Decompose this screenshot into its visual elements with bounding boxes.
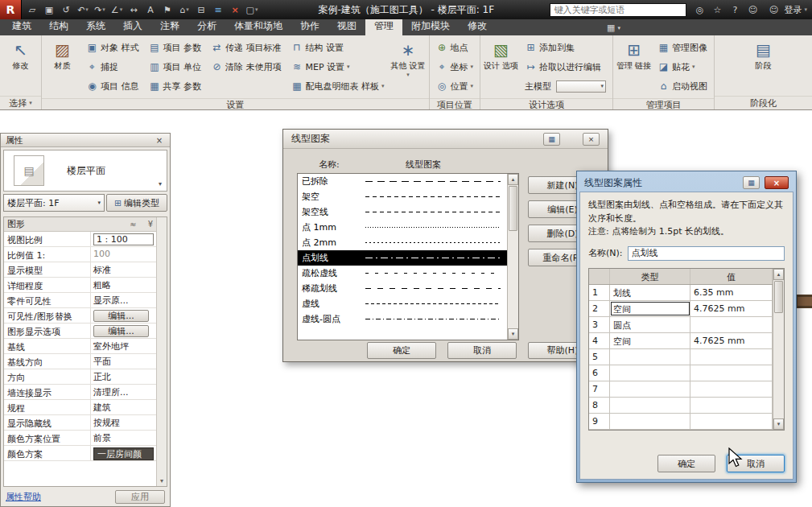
property-row[interactable]: 图形显示选项编辑... bbox=[4, 324, 156, 339]
line-pattern-item[interactable]: 点 2mm bbox=[298, 235, 507, 250]
dialog-help-icon[interactable]: ▦ bbox=[743, 176, 760, 189]
search-box[interactable] bbox=[550, 3, 686, 17]
properties-help-link[interactable]: 属性帮助 bbox=[6, 491, 41, 503]
scroll-thumb[interactable] bbox=[509, 186, 517, 231]
tab-修改[interactable]: 修改 bbox=[459, 17, 496, 35]
property-row[interactable]: 规程建筑 bbox=[4, 400, 156, 415]
property-row[interactable]: 显示隐藏线按规程 bbox=[4, 415, 156, 431]
tag-icon[interactable]: ⚑ bbox=[159, 2, 175, 18]
line-pattern-item[interactable]: 架空 bbox=[298, 189, 507, 204]
tab-管理[interactable]: 管理 bbox=[365, 17, 402, 35]
starting-view-button[interactable]: ⌂启动视图 bbox=[655, 76, 710, 96]
segment-type-cell[interactable] bbox=[610, 398, 690, 413]
close-hidden-windows-icon[interactable]: × bbox=[227, 2, 243, 18]
segment-type-cell[interactable] bbox=[610, 414, 690, 429]
additional-settings-button[interactable]: ∗ 其他 设置 ▾ bbox=[390, 36, 427, 97]
main-model-dropdown[interactable]: ▾ bbox=[556, 80, 606, 93]
pattern-name-input[interactable] bbox=[628, 246, 785, 261]
property-value[interactable]: 前景 bbox=[91, 431, 156, 445]
project-parameters-button[interactable]: ▤项目 参数 bbox=[146, 38, 204, 57]
segment-row[interactable]: 9 bbox=[589, 414, 773, 430]
property-value[interactable]: 平面 bbox=[91, 354, 156, 369]
materials-button[interactable]: ▨ 材质 bbox=[43, 36, 81, 97]
line-pattern-item[interactable]: 点 1mm bbox=[298, 220, 507, 235]
segment-value-cell[interactable] bbox=[690, 365, 773, 381]
manage-images-button[interactable]: ▦管理图像 bbox=[655, 38, 710, 57]
tab-结构[interactable]: 结构 bbox=[40, 17, 77, 35]
tab-分析[interactable]: 分析 bbox=[188, 17, 225, 35]
location-button[interactable]: ⊕地点 bbox=[434, 38, 476, 57]
segment-value-cell[interactable] bbox=[690, 317, 773, 332]
property-row[interactable]: 视图比例1 : 100 bbox=[4, 232, 156, 247]
redo-icon[interactable]: ↷▾ bbox=[92, 2, 108, 18]
scroll-down-icon[interactable]: ▾ bbox=[160, 477, 163, 484]
design-options-button[interactable]: ▧ 设计 选项 bbox=[482, 36, 520, 97]
property-row[interactable]: 详细程度粗略 bbox=[4, 278, 156, 293]
help-icon[interactable]: ? bbox=[727, 2, 743, 18]
position-button[interactable]: ◎位置▾ bbox=[434, 76, 476, 96]
type-selector-caret-icon[interactable]: ▾ bbox=[159, 180, 162, 188]
object-styles-button[interactable]: ▣对象 样式 bbox=[84, 38, 142, 57]
segment-row[interactable]: 8 bbox=[589, 398, 773, 414]
ok-button[interactable]: 确定 bbox=[657, 455, 715, 472]
segment-value-cell[interactable]: 6.35 mm bbox=[690, 285, 773, 300]
segment-type-cell[interactable] bbox=[610, 365, 690, 381]
ribbon-state-toggle[interactable]: ▦ ▾ bbox=[607, 23, 620, 35]
main-model-combo[interactable]: 主模型▾ bbox=[522, 76, 608, 96]
tab-视图[interactable]: 视图 bbox=[328, 17, 365, 35]
default-3d-view-icon[interactable]: ⌂▾ bbox=[176, 2, 192, 18]
segment-type-cell[interactable] bbox=[610, 381, 690, 397]
panel-label-select[interactable]: 选择 ▾ bbox=[0, 96, 41, 109]
section-expand-icon[interactable]: ≈ bbox=[130, 220, 136, 229]
scroll-thumb[interactable] bbox=[774, 281, 783, 313]
search-input[interactable] bbox=[550, 5, 686, 15]
segment-row[interactable]: 6 bbox=[589, 365, 773, 381]
property-row[interactable]: 零件可见性显示原... bbox=[4, 293, 156, 308]
segment-row[interactable]: 2空间4.7625 mm bbox=[589, 301, 773, 317]
line-pattern-item[interactable]: 架空线 bbox=[298, 204, 507, 220]
property-value[interactable]: 正北 bbox=[91, 369, 156, 384]
text-icon[interactable]: A bbox=[142, 2, 159, 18]
property-value[interactable]: 标准 bbox=[91, 262, 156, 277]
panel-schedule-templates-button[interactable]: ▦配电盘明细表 样板▾ bbox=[289, 76, 387, 96]
dialog-window-icon[interactable]: ▦ bbox=[543, 133, 560, 146]
decal-button[interactable]: ◪贴花▾ bbox=[655, 57, 710, 76]
property-row[interactable]: 方向正北 bbox=[4, 369, 156, 385]
property-row[interactable]: 比例值 1:100 bbox=[4, 247, 156, 262]
view-selector-combo[interactable]: 楼层平面: 1F ▾ bbox=[3, 194, 105, 212]
property-value[interactable]: 粗略 bbox=[91, 278, 156, 292]
modify-button[interactable]: ↖ 修改 bbox=[2, 36, 39, 95]
segment-value-cell[interactable] bbox=[690, 349, 773, 365]
scroll-up-icon[interactable]: ▴ bbox=[773, 269, 784, 280]
property-value[interactable]: 100 bbox=[91, 247, 156, 262]
transfer-project-standards-button[interactable]: ⇄传递 项目标准 bbox=[208, 38, 284, 57]
property-row[interactable]: 可见性/图形替换编辑... bbox=[4, 308, 156, 324]
segment-type-cell[interactable]: 空间 bbox=[610, 301, 690, 316]
segment-row[interactable]: 5 bbox=[589, 349, 773, 365]
structural-settings-button[interactable]: ⊓结构 设置 bbox=[289, 38, 387, 57]
close-button[interactable]: × bbox=[765, 176, 789, 189]
line-pattern-item[interactable]: 虚线 bbox=[298, 296, 507, 311]
revit-logo-icon[interactable]: R bbox=[0, 0, 22, 19]
coordinates-button[interactable]: ⌖坐标▾ bbox=[434, 57, 476, 76]
property-value[interactable]: 建筑 bbox=[91, 400, 156, 414]
scroll-down-icon[interactable]: ▾ bbox=[773, 418, 784, 430]
project-information-button[interactable]: ◉项目 信息 bbox=[84, 76, 142, 96]
thin-lines-icon[interactable]: ≡ bbox=[210, 2, 226, 18]
property-value[interactable]: 1 : 100 bbox=[91, 232, 156, 246]
line-pattern-item[interactable]: 疏松虚线 bbox=[298, 266, 507, 281]
phases-button[interactable]: ▤ 阶段 bbox=[744, 36, 782, 95]
cancel-button[interactable]: 取消 bbox=[447, 342, 517, 359]
segment-value-cell[interactable]: 4.7625 mm bbox=[690, 333, 773, 348]
tab-插入[interactable]: 插入 bbox=[114, 17, 151, 35]
line-patterns-titlebar[interactable]: 线型图案 ▦ × bbox=[283, 130, 608, 149]
section-pin-icon[interactable]: ¥ bbox=[148, 220, 153, 229]
ok-button[interactable]: 确定 bbox=[367, 342, 436, 359]
segment-row[interactable]: 7 bbox=[589, 381, 773, 398]
properties-scrollbar[interactable]: ▾ bbox=[156, 217, 167, 486]
property-row[interactable]: 基线方向平面 bbox=[4, 354, 156, 369]
properties-close-icon[interactable]: × bbox=[154, 135, 165, 146]
segment-type-cell[interactable] bbox=[610, 349, 690, 365]
scroll-down-icon[interactable]: ▾ bbox=[508, 328, 518, 340]
favorites-icon[interactable]: ☆ bbox=[709, 2, 725, 18]
